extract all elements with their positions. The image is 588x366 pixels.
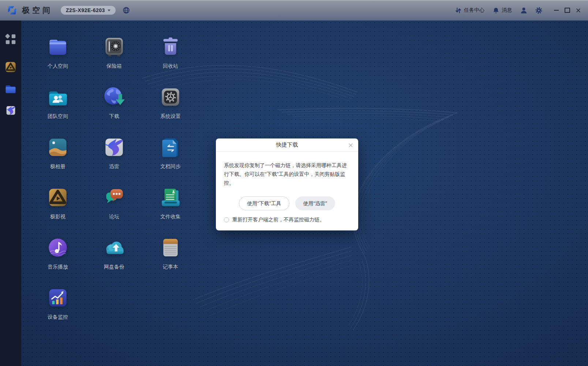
use-download-tool-button[interactable]: 使用“下载”工具 bbox=[239, 196, 289, 210]
app-download[interactable]: 下载 bbox=[86, 85, 142, 135]
minimize-button[interactable] bbox=[552, 6, 560, 14]
radio-unchecked-icon[interactable] bbox=[224, 217, 229, 222]
app-launcher-icon[interactable] bbox=[4, 33, 17, 45]
app-label: 极相册 bbox=[50, 163, 65, 170]
app-label: 下载 bbox=[109, 113, 119, 120]
zspace-desktop-window: 极空间 Z2S-X92E-6203 任务中心 消息 bbox=[0, 0, 588, 366]
app-label: 极影视 bbox=[50, 214, 65, 220]
device-monitor-icon bbox=[46, 286, 70, 310]
app-cloud-backup[interactable]: 网盘备份 bbox=[86, 236, 142, 286]
title-bar-actions: 任务中心 消息 bbox=[455, 6, 588, 14]
photo-album-icon bbox=[46, 135, 70, 159]
app-label: 团队空间 bbox=[48, 113, 68, 120]
system-settings-icon bbox=[158, 85, 183, 109]
stop-monitoring-option[interactable]: 重新打开客户端之前，不再监控磁力链。 bbox=[216, 210, 358, 230]
app-forum[interactable]: 论坛 bbox=[86, 185, 142, 236]
recycle-bin-icon bbox=[158, 35, 183, 59]
app-personal-space[interactable]: 个人空间 bbox=[30, 35, 86, 85]
app-label: 保险箱 bbox=[106, 63, 122, 70]
file-manager-icon[interactable] bbox=[4, 82, 17, 96]
maximize-icon bbox=[565, 8, 570, 13]
gear-icon[interactable] bbox=[535, 7, 543, 14]
zspace-logo-icon bbox=[7, 5, 18, 16]
minimize-icon bbox=[554, 10, 559, 11]
maximize-button[interactable] bbox=[563, 6, 571, 14]
dialog-title: 快捷下载 bbox=[276, 141, 298, 148]
app-music-player[interactable]: 音乐播放 bbox=[30, 236, 86, 286]
messages-label: 消息 bbox=[502, 7, 512, 14]
quick-download-dialog: 快捷下载 系统发现你复制了一个磁力链，请选择采用哪种工具进行下载。你可以在“下载… bbox=[216, 138, 358, 230]
download-icon bbox=[102, 85, 126, 109]
network-globe-icon[interactable] bbox=[122, 6, 130, 14]
cloud-backup-icon bbox=[102, 236, 126, 260]
device-selector[interactable]: Z2S-X92E-6203 bbox=[61, 6, 116, 15]
app-label: 回收站 bbox=[163, 63, 178, 70]
app-label: 系统设置 bbox=[160, 113, 181, 120]
app-system-settings[interactable]: 系统设置 bbox=[142, 85, 199, 135]
zspace-video-icon[interactable] bbox=[4, 60, 18, 74]
task-center-button[interactable]: 任务中心 bbox=[455, 7, 484, 14]
app-title: 极空间 bbox=[22, 5, 53, 15]
music-player-icon bbox=[46, 236, 70, 260]
use-thunder-button[interactable]: 使用“迅雷” bbox=[295, 196, 335, 210]
app-grid: 个人空间 保险箱 回收站 团队空间 下载 系统设置 bbox=[30, 35, 199, 336]
close-window-button[interactable] bbox=[574, 6, 582, 14]
file-collect-icon bbox=[158, 185, 183, 210]
dialog-close-button[interactable] bbox=[347, 142, 354, 148]
messages-button[interactable]: 消息 bbox=[493, 7, 512, 14]
brand: 极空间 bbox=[7, 5, 53, 16]
app-movies[interactable]: 极影视 bbox=[30, 185, 86, 236]
app-label: 个人空间 bbox=[48, 63, 68, 70]
thunder-icon bbox=[102, 135, 126, 159]
app-label: 文件收集 bbox=[160, 214, 181, 220]
app-photo-album[interactable]: 极相册 bbox=[30, 135, 86, 185]
app-label: 迅雷 bbox=[109, 163, 119, 170]
thunder-icon[interactable] bbox=[5, 104, 17, 117]
dialog-header: 快捷下载 bbox=[216, 138, 358, 152]
app-safe-box[interactable]: 保险箱 bbox=[86, 35, 142, 85]
personal-space-icon bbox=[46, 35, 70, 59]
app-label: 记事本 bbox=[163, 264, 178, 270]
app-team-space[interactable]: 团队空间 bbox=[30, 85, 86, 135]
app-label: 网盘备份 bbox=[104, 264, 124, 270]
title-bar: 极空间 Z2S-X92E-6203 任务中心 消息 bbox=[0, 0, 588, 21]
transfer-arrows-icon bbox=[455, 7, 462, 14]
app-notepad[interactable]: 记事本 bbox=[142, 236, 199, 286]
movies-icon bbox=[46, 185, 70, 210]
team-space-icon bbox=[46, 85, 70, 109]
doc-sync-icon bbox=[158, 135, 183, 159]
app-label: 设备监控 bbox=[48, 314, 68, 321]
app-file-collect[interactable]: 文件收集 bbox=[142, 185, 199, 236]
forum-icon bbox=[102, 185, 126, 210]
app-recycle-bin[interactable]: 回收站 bbox=[142, 35, 199, 85]
app-device-monitor[interactable]: 设备监控 bbox=[30, 286, 86, 336]
close-icon bbox=[348, 143, 353, 148]
app-label: 音乐播放 bbox=[48, 264, 68, 270]
chevron-down-icon bbox=[108, 10, 111, 11]
notepad-icon bbox=[158, 236, 183, 260]
app-doc-sync[interactable]: 文档同步 bbox=[142, 135, 199, 185]
app-label: 文档同步 bbox=[160, 163, 181, 170]
app-label: 论坛 bbox=[109, 214, 119, 220]
dialog-buttons: 使用“下载”工具 使用“迅雷” bbox=[216, 196, 358, 210]
close-icon bbox=[576, 8, 581, 13]
user-icon[interactable] bbox=[520, 7, 528, 14]
dialog-body-text: 系统发现你复制了一个磁力链，请选择采用哪种工具进行下载。你可以在“下载”工具的设… bbox=[216, 152, 358, 187]
bell-icon bbox=[493, 7, 499, 14]
app-thunder[interactable]: 迅雷 bbox=[86, 135, 142, 185]
device-name: Z2S-X92E-6203 bbox=[66, 7, 105, 13]
safe-box-icon bbox=[102, 35, 126, 59]
sidebar bbox=[0, 21, 21, 366]
task-center-label: 任务中心 bbox=[464, 7, 484, 14]
stop-monitoring-label: 重新打开客户端之前，不再监控磁力链。 bbox=[232, 217, 325, 223]
